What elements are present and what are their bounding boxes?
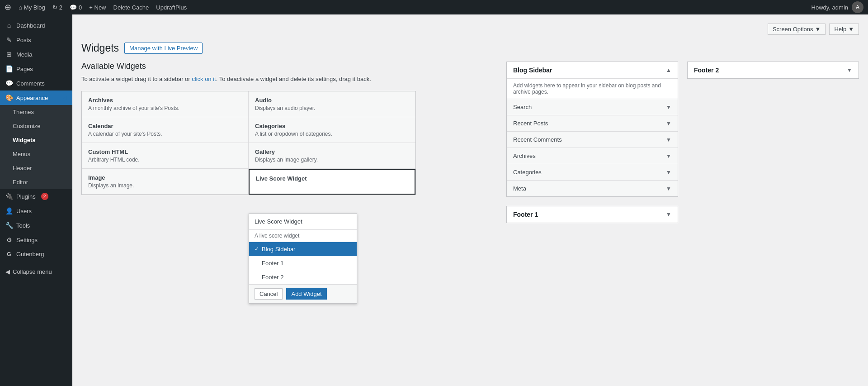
- widget-name: Categories: [255, 123, 409, 129]
- footer2-panel: Footer 2 ▼: [687, 62, 859, 232]
- cancel-button[interactable]: Cancel: [255, 288, 283, 300]
- chevron-up-icon: ▲: [666, 67, 671, 73]
- widget-dropdown: Live Score Widget A live score widget ✓ …: [249, 213, 357, 304]
- site-name[interactable]: ⌂ My Blog: [19, 4, 45, 11]
- sidebar-item-label: Editor: [13, 179, 28, 186]
- available-widgets-desc: To activate a widget drag it to a sideba…: [81, 75, 497, 84]
- sidebar-item-label: Posts: [16, 37, 31, 43]
- sidebar-item-label: Appearance: [16, 95, 48, 101]
- sidebar-item-label: Comments: [16, 80, 45, 87]
- dropdown-option-blog-sidebar[interactable]: ✓ Blog Sidebar: [249, 242, 357, 256]
- blog-sidebar-widget-categories[interactable]: Categories ▼: [507, 164, 678, 181]
- sidebar-item-pages[interactable]: 📄 Pages: [0, 62, 72, 76]
- sidebar-item-themes[interactable]: Themes: [0, 105, 72, 119]
- sidebar-item-label: Widgets: [13, 137, 35, 143]
- sidebar-item-customize[interactable]: Customize: [0, 119, 72, 133]
- top-bar: Screen Options ▼ Help ▼: [81, 24, 859, 35]
- collapse-menu[interactable]: ◀ Collapse menu: [0, 265, 72, 279]
- main-row: Available Widgets To activate a widget d…: [81, 62, 859, 232]
- sidebar-item-gutenberg[interactable]: G Gutenberg: [0, 247, 72, 261]
- blog-sidebar-area: Blog Sidebar ▲ Add widgets here to appea…: [506, 62, 678, 197]
- sidebar-item-header[interactable]: Header: [0, 161, 72, 175]
- blog-sidebar-widget-archives[interactable]: Archives ▼: [507, 148, 678, 164]
- sidebar-item-label: Tools: [16, 222, 30, 229]
- wp-logo[interactable]: ⊕: [5, 2, 11, 12]
- widget-custom-html[interactable]: Custom HTML Arbitrary HTML code.: [82, 143, 249, 169]
- widget-calendar[interactable]: Calendar A calendar of your site's Posts…: [82, 117, 249, 143]
- sidebar-item-dashboard[interactable]: ⌂ Dashboard: [0, 18, 72, 33]
- screen-options-button[interactable]: Screen Options ▼: [768, 24, 826, 35]
- sidebar-item-appearance[interactable]: 🎨 Appearance ◀: [0, 91, 72, 105]
- media-icon: ⊞: [5, 51, 13, 58]
- sidebar-item-tools[interactable]: 🔧 Tools: [0, 218, 72, 233]
- widget-audio[interactable]: Audio Displays an audio player.: [249, 91, 415, 117]
- new-item[interactable]: + New: [89, 4, 106, 11]
- sidebar-item-label: Media: [16, 51, 32, 58]
- sidebar-item-widgets[interactable]: Widgets: [0, 133, 72, 147]
- sidebar-item-label: Users: [16, 208, 32, 214]
- blog-sidebar-widget-meta[interactable]: Meta ▼: [507, 181, 678, 196]
- available-widgets-section: Available Widgets To activate a widget d…: [81, 62, 497, 232]
- sidebar-item-editor[interactable]: Editor: [0, 175, 72, 189]
- main-content: Screen Options ▼ Help ▼ Widgets Manage w…: [72, 14, 868, 386]
- widget-name: Archives: [88, 97, 242, 104]
- settings-icon: ⚙: [5, 236, 13, 243]
- widget-item-name: Recent Comments: [513, 136, 562, 143]
- footer1-title: Footer 1: [513, 211, 538, 218]
- blog-sidebar-widget-recent-posts[interactable]: Recent Posts ▼: [507, 115, 678, 132]
- widget-archives[interactable]: Archives A monthly archive of your site'…: [82, 91, 249, 117]
- footer2-header[interactable]: Footer 2 ▼: [688, 62, 859, 78]
- footer2-title: Footer 2: [694, 67, 719, 74]
- help-button[interactable]: Help ▼: [829, 24, 859, 35]
- widget-gallery[interactable]: Gallery Displays an image gallery.: [249, 143, 415, 169]
- updates-item[interactable]: ↻ 2: [52, 4, 62, 11]
- sidebar-item-media[interactable]: ⊞ Media: [0, 47, 72, 62]
- sidebar-item-posts[interactable]: ✎ Posts: [0, 33, 72, 47]
- widget-name: Audio: [255, 97, 409, 104]
- sidebar-item-settings[interactable]: ⚙ Settings: [0, 233, 72, 247]
- dropdown-desc: A live score widget: [249, 230, 357, 242]
- sidebar-item-label: Pages: [16, 66, 33, 72]
- widget-live-score[interactable]: Live Score Widget: [249, 169, 415, 195]
- chevron-down-icon: ▼: [666, 186, 671, 192]
- howdy-text: Howdy, admin: [811, 4, 848, 11]
- sidebar-item-users[interactable]: 👤 Users: [0, 204, 72, 218]
- plugins-icon: 🔌: [5, 193, 13, 200]
- delete-cache-item[interactable]: Delete Cache: [113, 4, 149, 11]
- option-label: Footer 2: [262, 274, 283, 281]
- appearance-icon: 🎨: [5, 94, 13, 101]
- admin-bar: ⊕ ⌂ My Blog ↻ 2 💬 0 + New Delete Cache U…: [0, 0, 868, 14]
- sidebar-item-menus[interactable]: Menus: [0, 147, 72, 161]
- sidebars-panel: Blog Sidebar ▲ Add widgets here to appea…: [506, 62, 678, 232]
- sidebar-item-label: Menus: [13, 151, 30, 157]
- widget-container: Archives A monthly archive of your site'…: [81, 91, 416, 195]
- chevron-down-icon: ▼: [847, 67, 852, 73]
- blog-sidebar-widget-search[interactable]: Search ▼: [507, 99, 678, 115]
- chevron-down-icon: ▼: [666, 137, 671, 143]
- dropdown-option-footer1[interactable]: ✓ Footer 1: [249, 256, 357, 270]
- manage-preview-button[interactable]: Manage with Live Preview: [124, 43, 203, 54]
- dropdown-actions: Cancel Add Widget: [249, 284, 357, 303]
- sidebar-item-label: Gutenberg: [16, 251, 44, 257]
- sidebar: ⌂ Dashboard ✎ Posts ⊞ Media 📄 Pages 💬 Co…: [0, 14, 72, 386]
- widget-item-name: Search: [513, 104, 532, 110]
- comments-item[interactable]: 💬 0: [70, 4, 82, 11]
- blog-sidebar-widget-recent-comments[interactable]: Recent Comments ▼: [507, 132, 678, 148]
- updraftplus-item[interactable]: UpdraftPlus: [156, 4, 187, 11]
- click-on-it-link[interactable]: click on it: [192, 76, 216, 82]
- page-title: Widgets: [81, 42, 119, 54]
- sidebar-item-label: Dashboard: [16, 22, 45, 29]
- widget-categories[interactable]: Categories A list or dropdown of categor…: [249, 117, 415, 143]
- page-header: Widgets Manage with Live Preview: [81, 42, 859, 54]
- blog-sidebar-header[interactable]: Blog Sidebar ▲: [507, 62, 678, 79]
- footer1-header[interactable]: Footer 1 ▼: [507, 206, 678, 223]
- widget-desc: Displays an image gallery.: [255, 157, 409, 163]
- widget-name: Gallery: [255, 148, 409, 155]
- sidebar-item-plugins[interactable]: 🔌 Plugins 2: [0, 189, 72, 204]
- widget-image[interactable]: Image Displays an image.: [82, 169, 249, 195]
- add-widget-button[interactable]: Add Widget: [286, 288, 326, 300]
- check-icon: ✓: [255, 246, 259, 252]
- dropdown-option-footer2[interactable]: ✓ Footer 2: [249, 270, 357, 284]
- sidebar-item-comments[interactable]: 💬 Comments: [0, 76, 72, 91]
- screen-options-arrow-icon: ▼: [815, 26, 821, 33]
